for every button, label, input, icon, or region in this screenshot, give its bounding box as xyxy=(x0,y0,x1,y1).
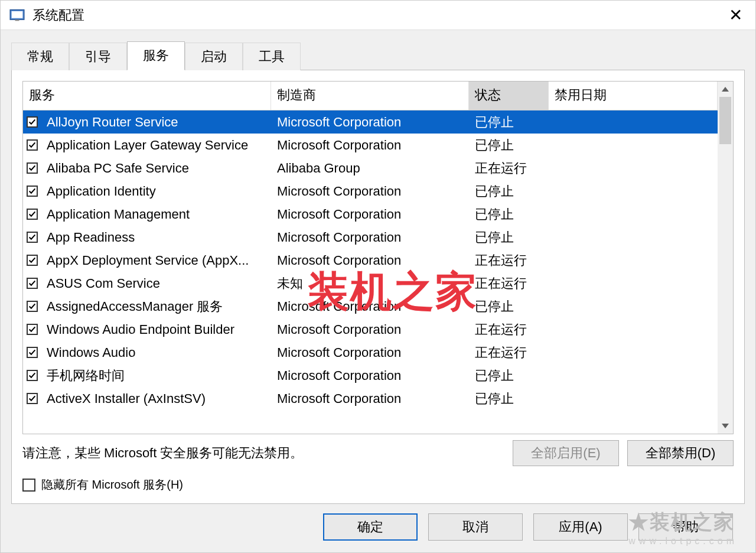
service-checkbox[interactable] xyxy=(23,232,41,243)
service-status: 已停止 xyxy=(469,367,549,385)
svg-marker-4 xyxy=(722,424,729,428)
service-row[interactable]: App ReadinessMicrosoft Corporation已停止 xyxy=(23,226,718,249)
service-row[interactable]: AllJoyn Router ServiceMicrosoft Corporat… xyxy=(23,110,718,134)
apply-button[interactable]: 应用(A) xyxy=(533,513,628,541)
svg-rect-2 xyxy=(15,19,19,21)
service-checkbox[interactable] xyxy=(23,324,41,335)
service-status: 已停止 xyxy=(469,206,549,223)
service-manufacturer: Microsoft Corporation xyxy=(271,368,469,383)
service-manufacturer: 未知 xyxy=(271,275,469,292)
help-button[interactable]: 帮助 xyxy=(638,513,733,541)
service-status: 已停止 xyxy=(469,298,549,315)
service-row[interactable]: AssignedAccessManager 服务Microsoft Corpor… xyxy=(23,295,718,318)
scroll-thumb[interactable] xyxy=(719,97,731,144)
service-manufacturer: Microsoft Corporation xyxy=(271,207,469,222)
tab-strip: 常规 引导 服务 启动 工具 xyxy=(11,41,745,70)
service-name: Application Identity xyxy=(41,184,271,199)
svg-rect-1 xyxy=(12,11,23,18)
service-checkbox[interactable] xyxy=(23,209,41,220)
service-manufacturer: Microsoft Corporation xyxy=(271,322,469,337)
service-checkbox[interactable] xyxy=(23,162,41,174)
service-name: Windows Audio Endpoint Builder xyxy=(41,322,271,337)
enable-all-button[interactable]: 全部启用(E) xyxy=(513,440,619,466)
scrollbar[interactable] xyxy=(718,82,733,434)
services-list: 服务 制造商 状态 禁用日期 AllJoyn Router ServiceMic… xyxy=(22,81,734,434)
service-manufacturer: Microsoft Corporation xyxy=(271,253,469,268)
service-row[interactable]: Windows Audio Endpoint BuilderMicrosoft … xyxy=(23,318,718,341)
note-text: 请注意，某些 Microsoft 安全服务可能无法禁用。 xyxy=(22,444,504,462)
service-checkbox[interactable] xyxy=(23,186,41,197)
tab-tools[interactable]: 工具 xyxy=(243,43,301,70)
service-status: 正在运行 xyxy=(469,160,549,177)
cancel-button[interactable]: 取消 xyxy=(428,513,523,541)
service-manufacturer: Microsoft Corporation xyxy=(271,299,469,314)
service-row[interactable]: Application Layer Gateway ServiceMicroso… xyxy=(23,134,718,157)
service-name: Alibaba PC Safe Service xyxy=(41,161,271,176)
service-name: 手机网络时间 xyxy=(41,367,271,385)
service-name: Windows Audio xyxy=(41,345,271,360)
service-row[interactable]: Application IdentityMicrosoft Corporatio… xyxy=(23,180,718,203)
service-checkbox[interactable] xyxy=(23,255,41,266)
tab-content: 服务 制造商 状态 禁用日期 AllJoyn Router ServiceMic… xyxy=(11,70,745,504)
app-icon xyxy=(9,7,25,24)
hide-microsoft-checkbox[interactable] xyxy=(22,479,35,492)
service-name: Application Management xyxy=(41,207,271,222)
service-manufacturer: Microsoft Corporation xyxy=(271,391,469,406)
service-row[interactable]: ASUS Com Service未知正在运行 xyxy=(23,272,718,295)
service-manufacturer: Alibaba Group xyxy=(271,161,469,176)
col-header-manufacturer[interactable]: 制造商 xyxy=(271,82,469,110)
service-manufacturer: Microsoft Corporation xyxy=(271,184,469,199)
service-row[interactable]: ActiveX Installer (AxInstSV)Microsoft Co… xyxy=(23,387,718,410)
titlebar: 系统配置 ✕ xyxy=(1,1,755,30)
service-name: AppX Deployment Service (AppX... xyxy=(41,253,271,268)
scroll-down-icon[interactable] xyxy=(718,418,733,434)
tab-boot[interactable]: 引导 xyxy=(69,43,127,70)
service-row[interactable]: Windows AudioMicrosoft Corporation正在运行 xyxy=(23,341,718,364)
service-checkbox[interactable] xyxy=(23,278,41,289)
service-status: 正在运行 xyxy=(469,275,549,292)
svg-marker-3 xyxy=(722,87,729,92)
service-name: ASUS Com Service xyxy=(41,276,271,291)
service-status: 正在运行 xyxy=(469,252,549,269)
dialog-button-row: 确定 取消 应用(A) 帮助 xyxy=(11,504,745,552)
close-icon[interactable]: ✕ xyxy=(724,5,747,25)
service-name: AssignedAccessManager 服务 xyxy=(41,298,271,315)
scroll-up-icon[interactable] xyxy=(718,82,733,97)
window-title: 系统配置 xyxy=(32,6,724,24)
service-name: App Readiness xyxy=(41,230,271,245)
service-manufacturer: Microsoft Corporation xyxy=(271,138,469,153)
service-status: 已停止 xyxy=(469,229,549,246)
service-manufacturer: Microsoft Corporation xyxy=(271,230,469,245)
service-row[interactable]: AppX Deployment Service (AppX...Microsof… xyxy=(23,249,718,272)
list-header: 服务 制造商 状态 禁用日期 xyxy=(23,82,718,110)
ok-button[interactable]: 确定 xyxy=(323,513,418,541)
service-status: 正在运行 xyxy=(469,321,549,339)
tab-startup[interactable]: 启动 xyxy=(185,43,243,70)
service-checkbox[interactable] xyxy=(23,139,41,151)
service-row[interactable]: Application ManagementMicrosoft Corporat… xyxy=(23,203,718,226)
col-header-status[interactable]: 状态 xyxy=(469,82,549,110)
service-checkbox[interactable] xyxy=(23,370,41,381)
tab-general[interactable]: 常规 xyxy=(11,43,69,70)
service-status: 已停止 xyxy=(469,113,549,131)
service-row[interactable]: Alibaba PC Safe ServiceAlibaba Group正在运行 xyxy=(23,157,718,180)
service-status: 已停止 xyxy=(469,136,549,154)
disable-all-button[interactable]: 全部禁用(D) xyxy=(627,440,734,466)
service-manufacturer: Microsoft Corporation xyxy=(271,115,469,130)
col-header-service[interactable]: 服务 xyxy=(23,82,271,110)
service-name: AllJoyn Router Service xyxy=(41,115,271,130)
hide-microsoft-label: 隐藏所有 Microsoft 服务(H) xyxy=(41,477,183,493)
service-name: Application Layer Gateway Service xyxy=(41,138,271,153)
service-checkbox[interactable] xyxy=(23,347,41,358)
service-checkbox[interactable] xyxy=(23,301,41,312)
col-header-disabled-date[interactable]: 禁用日期 xyxy=(549,82,718,110)
service-status: 已停止 xyxy=(469,390,549,408)
service-status: 已停止 xyxy=(469,183,549,200)
service-row[interactable]: 手机网络时间Microsoft Corporation已停止 xyxy=(23,364,718,387)
tab-services[interactable]: 服务 xyxy=(127,41,185,70)
service-checkbox[interactable] xyxy=(23,393,41,404)
service-name: ActiveX Installer (AxInstSV) xyxy=(41,391,271,406)
service-manufacturer: Microsoft Corporation xyxy=(271,345,469,360)
service-checkbox[interactable] xyxy=(23,116,41,128)
service-status: 正在运行 xyxy=(469,344,549,362)
